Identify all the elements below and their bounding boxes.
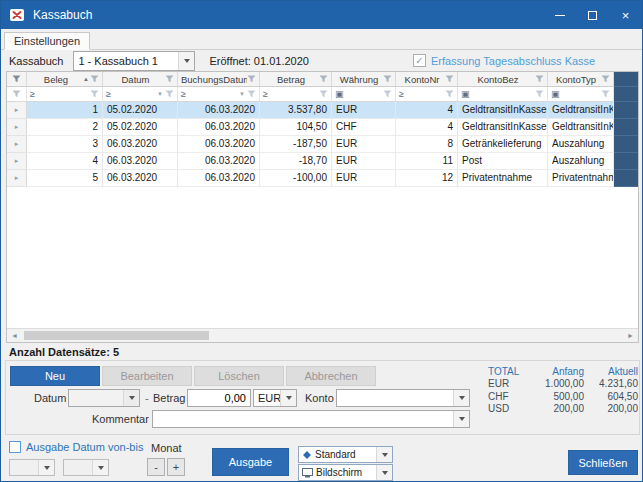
currency-select[interactable]: EUR [253, 389, 297, 407]
filter-funnel-icon[interactable] [90, 90, 99, 98]
filter-funnel-icon[interactable] [445, 90, 454, 98]
button-neu[interactable]: Neu [10, 366, 100, 386]
cell-kontobez: Privatentnahme [458, 170, 548, 187]
tagesabschluss-checkbox[interactable]: ✓ Erfassung Tagesabschluss Kasse [413, 54, 595, 67]
column-filter-icon[interactable] [601, 75, 610, 83]
dropdown-button[interactable] [38, 460, 54, 475]
filter-cell-kontonr[interactable]: ≥ [396, 87, 458, 102]
totals-col-anfang: Anfang [530, 366, 584, 377]
calendar-dropdown-icon[interactable]: ▼ [157, 91, 163, 97]
dropdown-button[interactable] [178, 52, 194, 70]
filter-funnel-icon[interactable] [247, 90, 256, 98]
table-row-2[interactable]: ▸205.02.202006.03.2020104,50CHF4Geldtran… [7, 119, 638, 136]
column-filter-icon[interactable] [247, 75, 256, 83]
date-from-select[interactable] [9, 459, 55, 476]
button-bearbeiten[interactable]: Bearbeiten [102, 366, 192, 386]
filter-operator-icon[interactable]: ≥ [263, 89, 268, 99]
table-row-1[interactable]: ▸105.02.202006.03.20203.537,80EUR4Geldtr… [7, 102, 638, 119]
scroll-right-button[interactable]: ► [623, 329, 638, 342]
filter-funnel-icon[interactable] [383, 90, 392, 98]
dropdown-button[interactable] [123, 390, 139, 406]
filter-funnel-icon[interactable] [165, 90, 174, 98]
chevron-down-icon [459, 396, 465, 400]
ausgabe-button[interactable]: Ausgabe [212, 448, 289, 476]
column-header-waehrung[interactable]: Währung [332, 72, 396, 87]
betrag-input[interactable]: 0,00 [187, 389, 251, 407]
filter-funnel-icon[interactable] [535, 90, 544, 98]
month-minus-button[interactable]: - [147, 458, 165, 476]
close-button[interactable]: × [609, 1, 642, 29]
totals-row: EUR1.000,004.231,60 [488, 378, 638, 391]
kommentar-select[interactable] [152, 410, 470, 428]
schliessen-button[interactable]: Schließen [568, 450, 638, 475]
filter-operator-icon[interactable]: ▣ [461, 89, 470, 99]
scrollbar-thumb[interactable] [24, 331, 209, 340]
filter-operator-icon[interactable]: ≥ [181, 89, 186, 99]
filter-cell-datum[interactable]: ≥▼ [103, 87, 178, 102]
maximize-button[interactable] [576, 1, 609, 29]
button-loschen[interactable]: Löschen [194, 366, 284, 386]
dropdown-button[interactable] [92, 460, 108, 475]
column-filter-icon[interactable] [319, 75, 328, 83]
column-header-kontotyp[interactable]: KontoTyp [548, 72, 614, 87]
minimize-button[interactable] [543, 1, 576, 29]
filter-operator-icon[interactable]: ≥ [106, 89, 111, 99]
column-header-kontonr[interactable]: KontoNr [396, 72, 458, 87]
filter-funnel-icon[interactable] [319, 90, 328, 98]
filter-operator-icon[interactable]: ▣ [551, 89, 560, 99]
dropdown-button[interactable] [453, 411, 469, 427]
konto-select[interactable] [336, 389, 470, 407]
scroll-left-button[interactable]: ◄ [7, 329, 22, 342]
filter-cell-kontotyp[interactable]: ▣ [548, 87, 614, 102]
horizontal-scrollbar[interactable]: ◄ ► [7, 328, 638, 342]
button-abbrechen[interactable]: Abbrechen [286, 366, 376, 386]
filter-operator-icon[interactable]: ≥ [30, 89, 35, 99]
column-header-beleg[interactable]: Beleg▲ [27, 72, 103, 87]
date-to-select[interactable] [63, 459, 109, 476]
funnel-shape [536, 91, 544, 98]
filter-cell-waehrung[interactable]: ▣ [332, 87, 396, 102]
cell-beleg: 1 [27, 102, 103, 119]
filter-operator-icon[interactable]: ▣ [335, 89, 344, 99]
sort-ascending-icon: ▲ [83, 76, 89, 82]
column-filter-icon[interactable] [165, 75, 174, 83]
filter-operator-icon[interactable]: ≥ [399, 89, 404, 99]
column-header-kontobez[interactable]: KontoBez [458, 72, 548, 87]
row-indicator: ▸ [7, 153, 27, 170]
cell-kontotyp: GeldtransitInKasse [548, 102, 614, 119]
dropdown-button[interactable] [376, 447, 392, 462]
filter-indicator-icon[interactable] [12, 90, 21, 98]
filter-cell-betrag[interactable]: ≥ [260, 87, 332, 102]
output-target-select[interactable]: Bildschirm [298, 464, 393, 481]
calendar-dropdown-icon[interactable]: ▼ [239, 91, 245, 97]
table-row-3[interactable]: ▸306.03.202006.03.2020-187,50EUR8Getränk… [7, 136, 638, 153]
cell-buchungsdatum: 06.03.2020 [178, 136, 260, 153]
ausgabe-range-checkbox[interactable]: Ausgabe Datum von-bis [9, 441, 143, 453]
filter-cell-beleg[interactable]: ≥ [27, 87, 103, 102]
tab-einstellungen[interactable]: Einstellungen [4, 32, 90, 50]
column-header-buchungsdatum[interactable]: BuchungsDatum [178, 72, 260, 87]
dropdown-button[interactable] [453, 390, 469, 406]
column-filter-icon[interactable] [535, 75, 544, 83]
column-filter-icon[interactable] [90, 75, 99, 83]
table-row-4[interactable]: ▸406.03.202006.03.2020-18,70EUR11PostAus… [7, 153, 638, 170]
output-profile-select[interactable]: Standard [298, 446, 393, 463]
filter-funnel-icon[interactable] [601, 90, 610, 98]
grid-corner-filter-icon[interactable] [12, 75, 21, 83]
datum-select[interactable] [68, 389, 140, 407]
table-row-5[interactable]: ▸506.03.202006.03.2020-100,00EUR12Privat… [7, 170, 638, 187]
column-filter-icon[interactable] [445, 75, 454, 83]
scrollbar-track[interactable] [22, 329, 623, 342]
app-icon [9, 7, 25, 23]
filter-cell-kontobez[interactable]: ▣ [458, 87, 548, 102]
column-filter-icon[interactable] [383, 75, 392, 83]
dropdown-button[interactable] [280, 390, 296, 406]
dropdown-button[interactable] [376, 465, 392, 480]
funnel-shape [446, 76, 454, 83]
column-header-betrag[interactable]: Betrag [260, 72, 332, 87]
column-header-datum[interactable]: Datum [103, 72, 178, 87]
kassabuch-select[interactable]: 1 - Kassabuch 1 [73, 51, 195, 71]
checkbox-unchecked-icon [9, 441, 21, 453]
month-plus-button[interactable]: + [167, 458, 185, 476]
filter-cell-buchungsdatum[interactable]: ≥▼ [178, 87, 260, 102]
